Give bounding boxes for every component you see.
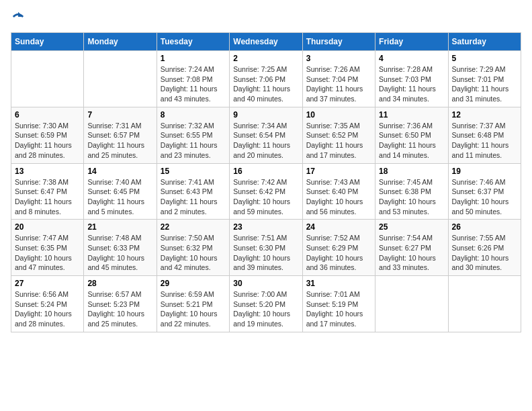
day-number: 19 — [452, 167, 517, 176]
day-number: 13 — [15, 167, 80, 176]
day-info: Sunrise: 7:46 AM Sunset: 6:37 PM Dayligh… — [452, 177, 517, 217]
day-header-monday: Monday — [84, 33, 157, 51]
day-number: 31 — [306, 279, 371, 288]
calendar-cell: 17Sunrise: 7:43 AM Sunset: 6:40 PM Dayli… — [302, 163, 375, 220]
day-number: 14 — [87, 167, 152, 176]
day-info: Sunrise: 7:01 AM Sunset: 5:19 PM Dayligh… — [306, 289, 371, 329]
calendar-cell: 8Sunrise: 7:32 AM Sunset: 6:55 PM Daylig… — [157, 107, 229, 163]
calendar-cell: 12Sunrise: 7:37 AM Sunset: 6:48 PM Dayli… — [448, 107, 521, 163]
day-number: 15 — [161, 167, 226, 176]
calendar-week-row: 13Sunrise: 7:38 AM Sunset: 6:47 PM Dayli… — [11, 163, 521, 220]
day-info: Sunrise: 7:34 AM Sunset: 6:54 PM Dayligh… — [233, 121, 298, 161]
calendar-cell — [84, 51, 157, 107]
day-number: 8 — [161, 110, 226, 120]
day-info: Sunrise: 7:32 AM Sunset: 6:55 PM Dayligh… — [161, 121, 226, 161]
day-info: Sunrise: 7:42 AM Sunset: 6:42 PM Dayligh… — [233, 177, 298, 217]
day-number: 20 — [15, 222, 80, 232]
calendar-cell — [448, 276, 521, 332]
day-number: 23 — [233, 222, 298, 232]
calendar-week-row: 6Sunrise: 7:30 AM Sunset: 6:59 PM Daylig… — [11, 107, 521, 163]
day-number: 28 — [87, 279, 152, 288]
day-info: Sunrise: 7:50 AM Sunset: 6:32 PM Dayligh… — [161, 233, 226, 273]
day-info: Sunrise: 7:55 AM Sunset: 6:26 PM Dayligh… — [452, 233, 517, 273]
day-number: 25 — [379, 222, 444, 232]
calendar-cell: 3Sunrise: 7:26 AM Sunset: 7:04 PM Daylig… — [302, 51, 375, 107]
calendar-cell: 23Sunrise: 7:51 AM Sunset: 6:30 PM Dayli… — [230, 220, 302, 276]
calendar-cell: 21Sunrise: 7:48 AM Sunset: 6:33 PM Dayli… — [84, 220, 157, 276]
day-info: Sunrise: 7:45 AM Sunset: 6:38 PM Dayligh… — [379, 177, 444, 217]
day-info: Sunrise: 7:37 AM Sunset: 6:48 PM Dayligh… — [452, 121, 517, 161]
calendar-cell — [11, 51, 84, 107]
calendar-cell: 30Sunrise: 7:00 AM Sunset: 5:20 PM Dayli… — [230, 276, 302, 332]
day-header-sunday: Sunday — [11, 33, 84, 51]
day-info: Sunrise: 7:35 AM Sunset: 6:52 PM Dayligh… — [306, 121, 371, 161]
logo — [11, 11, 24, 24]
calendar-cell: 10Sunrise: 7:35 AM Sunset: 6:52 PM Dayli… — [302, 107, 375, 163]
day-info: Sunrise: 7:00 AM Sunset: 5:20 PM Dayligh… — [233, 289, 298, 329]
day-number: 29 — [161, 279, 226, 288]
day-number: 16 — [233, 167, 298, 176]
day-number: 6 — [15, 110, 80, 120]
day-number: 2 — [233, 54, 298, 63]
day-info: Sunrise: 6:56 AM Sunset: 5:24 PM Dayligh… — [15, 289, 80, 329]
calendar-cell: 14Sunrise: 7:40 AM Sunset: 6:45 PM Dayli… — [84, 163, 157, 220]
logo-text — [11, 11, 24, 24]
calendar-cell: 28Sunrise: 6:57 AM Sunset: 5:23 PM Dayli… — [84, 276, 157, 332]
day-number: 7 — [87, 110, 152, 120]
calendar-cell: 2Sunrise: 7:25 AM Sunset: 7:06 PM Daylig… — [230, 51, 302, 107]
day-info: Sunrise: 7:41 AM Sunset: 6:43 PM Dayligh… — [161, 177, 226, 217]
calendar-cell: 16Sunrise: 7:42 AM Sunset: 6:42 PM Dayli… — [230, 163, 302, 220]
calendar-week-row: 27Sunrise: 6:56 AM Sunset: 5:24 PM Dayli… — [11, 276, 521, 332]
calendar-cell: 31Sunrise: 7:01 AM Sunset: 5:19 PM Dayli… — [302, 276, 375, 332]
calendar-cell: 6Sunrise: 7:30 AM Sunset: 6:59 PM Daylig… — [11, 107, 84, 163]
calendar-table: SundayMondayTuesdayWednesdayThursdayFrid… — [11, 32, 521, 332]
day-info: Sunrise: 7:26 AM Sunset: 7:04 PM Dayligh… — [306, 64, 371, 104]
day-info: Sunrise: 7:28 AM Sunset: 7:03 PM Dayligh… — [379, 64, 444, 104]
calendar-cell: 4Sunrise: 7:28 AM Sunset: 7:03 PM Daylig… — [375, 51, 448, 107]
day-number: 30 — [233, 279, 298, 288]
day-number: 18 — [379, 167, 444, 176]
day-info: Sunrise: 7:24 AM Sunset: 7:08 PM Dayligh… — [161, 64, 226, 104]
day-info: Sunrise: 7:47 AM Sunset: 6:35 PM Dayligh… — [15, 233, 80, 273]
day-info: Sunrise: 6:57 AM Sunset: 5:23 PM Dayligh… — [87, 289, 152, 329]
calendar-week-row: 1Sunrise: 7:24 AM Sunset: 7:08 PM Daylig… — [11, 51, 521, 107]
day-number: 22 — [161, 222, 226, 232]
day-info: Sunrise: 6:59 AM Sunset: 5:21 PM Dayligh… — [161, 289, 226, 329]
day-info: Sunrise: 7:29 AM Sunset: 7:01 PM Dayligh… — [452, 64, 517, 104]
day-header-wednesday: Wednesday — [230, 33, 302, 51]
calendar-cell: 15Sunrise: 7:41 AM Sunset: 6:43 PM Dayli… — [157, 163, 229, 220]
calendar-cell: 9Sunrise: 7:34 AM Sunset: 6:54 PM Daylig… — [230, 107, 302, 163]
day-info: Sunrise: 7:38 AM Sunset: 6:47 PM Dayligh… — [15, 177, 80, 217]
day-number: 1 — [161, 54, 226, 63]
day-info: Sunrise: 7:30 AM Sunset: 6:59 PM Dayligh… — [15, 121, 80, 161]
day-header-thursday: Thursday — [302, 33, 375, 51]
calendar-cell: 26Sunrise: 7:55 AM Sunset: 6:26 PM Dayli… — [448, 220, 521, 276]
calendar-header-row: SundayMondayTuesdayWednesdayThursdayFrid… — [11, 33, 521, 51]
day-number: 27 — [15, 279, 80, 288]
day-number: 17 — [306, 167, 371, 176]
day-number: 12 — [452, 110, 517, 120]
calendar-cell: 22Sunrise: 7:50 AM Sunset: 6:32 PM Dayli… — [157, 220, 229, 276]
day-number: 5 — [452, 54, 517, 63]
calendar-cell: 27Sunrise: 6:56 AM Sunset: 5:24 PM Dayli… — [11, 276, 84, 332]
day-number: 4 — [379, 54, 444, 63]
day-number: 11 — [379, 110, 444, 120]
day-info: Sunrise: 7:43 AM Sunset: 6:40 PM Dayligh… — [306, 177, 371, 217]
day-number: 26 — [452, 222, 517, 232]
day-info: Sunrise: 7:31 AM Sunset: 6:57 PM Dayligh… — [87, 121, 152, 161]
calendar-cell: 1Sunrise: 7:24 AM Sunset: 7:08 PM Daylig… — [157, 51, 229, 107]
calendar-cell: 24Sunrise: 7:52 AM Sunset: 6:29 PM Dayli… — [302, 220, 375, 276]
day-info: Sunrise: 7:40 AM Sunset: 6:45 PM Dayligh… — [87, 177, 152, 217]
day-info: Sunrise: 7:51 AM Sunset: 6:30 PM Dayligh… — [233, 233, 298, 273]
day-header-tuesday: Tuesday — [157, 33, 229, 51]
day-header-saturday: Saturday — [448, 33, 521, 51]
day-info: Sunrise: 7:48 AM Sunset: 6:33 PM Dayligh… — [87, 233, 152, 273]
calendar-cell: 11Sunrise: 7:36 AM Sunset: 6:50 PM Dayli… — [375, 107, 448, 163]
page-header — [11, 11, 521, 24]
day-number: 3 — [306, 54, 371, 63]
day-number: 9 — [233, 110, 298, 120]
day-info: Sunrise: 7:54 AM Sunset: 6:27 PM Dayligh… — [379, 233, 444, 273]
calendar-cell — [375, 276, 448, 332]
day-number: 10 — [306, 110, 371, 120]
day-info: Sunrise: 7:25 AM Sunset: 7:06 PM Dayligh… — [233, 64, 298, 104]
